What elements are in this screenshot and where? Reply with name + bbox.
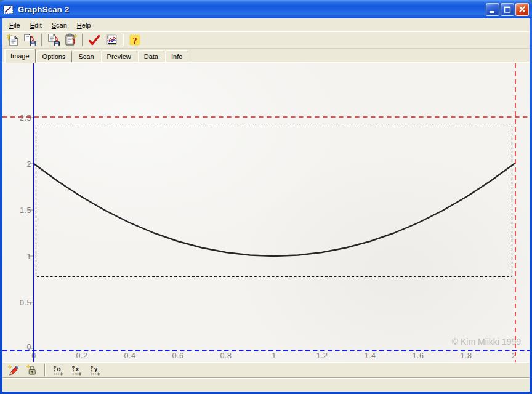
copy-to-clipboard-button[interactable] — [62, 33, 79, 48]
x-axis-label: 1.6 — [413, 352, 424, 360]
tab-image[interactable]: Image — [4, 49, 36, 63]
help-button[interactable]: ? — [126, 33, 143, 48]
window-title: GraphScan 2 — [17, 5, 483, 14]
x-axis-label: 1.8 — [461, 352, 472, 360]
title-bar[interactable]: GraphScan 2 — [0, 0, 532, 18]
set-x-axis-icon: x — [71, 365, 83, 376]
tab-bar: Image Options Scan Preview Data Info — [2, 49, 530, 63]
svg-text:y: y — [94, 365, 97, 372]
close-icon — [517, 4, 527, 14]
set-y-axis-button[interactable]: y — [86, 363, 103, 377]
y-axis-label: 2 — [27, 160, 31, 169]
menu-scan[interactable]: Scan — [47, 20, 72, 31]
minimize-icon — [488, 4, 498, 14]
main-toolbar: ? — [2, 31, 530, 49]
x-axis-label: 0.6 — [172, 352, 184, 360]
scanned-curve — [34, 164, 514, 256]
tab-preview[interactable]: Preview — [101, 50, 137, 62]
tab-scan[interactable]: Scan — [73, 50, 100, 62]
tab-info[interactable]: Info — [165, 50, 188, 62]
toolbar-separator — [123, 34, 124, 46]
tab-options[interactable]: Options — [36, 50, 72, 62]
x-axis-label: 0.4 — [124, 352, 136, 360]
application-window: GraphScan 2 File Edi — [0, 0, 532, 394]
y-axis-label: 1.5 — [20, 206, 31, 215]
toolbar-separator — [82, 34, 83, 46]
image-view[interactable]: 2.521.510.5000.20.40.60.811.21.41.61.82©… — [2, 63, 530, 362]
svg-text:?: ? — [132, 36, 137, 46]
export-page-button[interactable] — [45, 33, 62, 48]
chart-icon — [105, 33, 118, 47]
tab-data[interactable]: Data — [138, 50, 164, 62]
toolbar-separator — [41, 34, 42, 46]
scanned-graph-image[interactable]: 2.521.510.5000.20.40.60.811.21.41.61.82©… — [2, 63, 530, 362]
x-axis-label: 0.2 — [76, 352, 88, 360]
toolbar-separator — [44, 364, 46, 376]
show-chart-button[interactable] — [103, 33, 120, 48]
x-axis-label: 1 — [272, 352, 276, 360]
close-button[interactable] — [515, 3, 529, 16]
set-origin-icon: o — [52, 365, 64, 376]
new-document-icon — [6, 33, 20, 47]
save-page-to-disk-icon — [23, 33, 37, 47]
x-axis-label: 1.4 — [365, 352, 376, 360]
set-y-axis-icon: y — [89, 365, 101, 376]
new-document-button[interactable] — [4, 33, 22, 48]
export-page-to-disk-icon — [47, 33, 60, 47]
menu-file[interactable]: File — [4, 20, 25, 31]
status-bar — [2, 377, 530, 392]
save-page-button[interactable] — [22, 33, 39, 48]
menu-bar: File Edit Scan Help — [2, 18, 530, 31]
x-axis-label: 0.8 — [220, 352, 232, 360]
watermark-text: © Kim Miikki 1999 — [452, 337, 521, 347]
y-axis-label: 0.5 — [20, 299, 31, 307]
minimize-button[interactable] — [486, 3, 499, 16]
maximize-icon — [502, 4, 512, 14]
svg-text:o: o — [57, 365, 60, 372]
confirm-button[interactable] — [86, 33, 103, 48]
y-axis-label: 2.5 — [20, 114, 31, 123]
calibration-toolbar: o x y — [2, 362, 530, 377]
marker-pencil-icon — [7, 364, 20, 376]
set-origin-button[interactable]: o — [49, 363, 66, 377]
set-x-axis-button[interactable]: x — [68, 363, 85, 377]
client-area: File Edit Scan Help — [2, 18, 530, 392]
graphscan-app-icon — [3, 4, 14, 15]
copy-page-to-clipboard-icon — [64, 33, 78, 47]
y-axis-label: 1 — [27, 252, 31, 261]
scan-selection-rect[interactable] — [36, 126, 512, 277]
menu-help[interactable]: Help — [72, 20, 96, 31]
maximize-button[interactable] — [501, 3, 514, 16]
lock-icon — [26, 364, 38, 376]
marker-pencil-button[interactable] — [5, 363, 22, 377]
menu-edit[interactable]: Edit — [25, 20, 47, 31]
help-icon: ? — [128, 33, 142, 47]
svg-text:x: x — [75, 365, 79, 372]
lock-button[interactable] — [23, 363, 41, 377]
x-axis-label: 1.2 — [316, 352, 328, 360]
confirm-check-icon — [87, 33, 101, 47]
